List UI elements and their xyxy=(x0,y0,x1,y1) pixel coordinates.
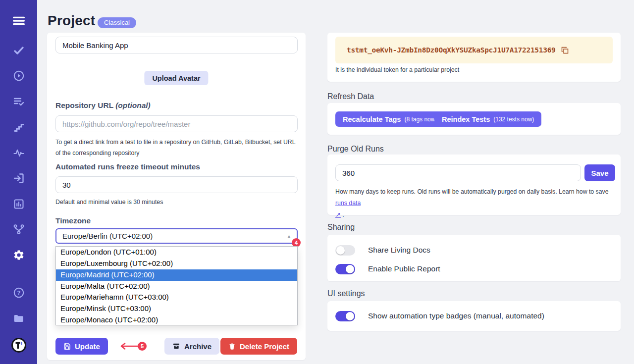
timezone-dropdown-list: Europe/London (UTC+01:00) Europe/Luxembo… xyxy=(55,246,298,325)
automation-badges-row: Show automation type badges (manual, aut… xyxy=(335,309,613,323)
runs-data-link[interactable]: runs data xyxy=(335,200,361,207)
token-help-text: It is the individual token for a particu… xyxy=(335,66,459,73)
freeze-timeout-input[interactable] xyxy=(55,176,298,193)
ui-settings-card: Show automation type badges (manual, aut… xyxy=(327,301,621,331)
annotation-badge-5: 5 xyxy=(138,342,147,351)
toggle-label: Enable Public Report xyxy=(368,264,440,273)
save-icon xyxy=(63,343,71,350)
enable-public-report-toggle[interactable] xyxy=(335,264,355,274)
form-actions: Update 5 Archive Delete Project xyxy=(55,338,297,355)
sidebar: ? xyxy=(0,0,37,364)
project-type-badge: Classical xyxy=(98,17,136,28)
copy-icon[interactable] xyxy=(561,46,569,54)
archive-button[interactable]: Archive xyxy=(164,338,219,355)
refresh-data-heading: Refresh Data xyxy=(327,92,374,101)
check-icon[interactable] xyxy=(13,45,25,56)
toggle-label: Share Living Docs xyxy=(368,246,430,255)
play-circle-icon[interactable] xyxy=(13,70,25,82)
project-form-card: Upload Avatar Repository URL (optional) … xyxy=(47,33,306,360)
share-living-docs-toggle[interactable] xyxy=(335,245,355,256)
toggle-knob xyxy=(336,246,345,255)
help-icon[interactable]: ? xyxy=(13,287,25,299)
purge-days-input[interactable] xyxy=(335,164,581,181)
project-name-input[interactable] xyxy=(55,37,298,53)
upload-avatar-button[interactable]: Upload Avatar xyxy=(144,71,208,85)
bar-chart-icon[interactable] xyxy=(13,198,25,210)
project-token-value: tstmt_oeKvh-JZmbIn8Dz0OqXkYSUZkaSpcJ1U7A… xyxy=(347,46,556,54)
annotation-arrow-left xyxy=(118,343,139,352)
timezone-label: Timezone xyxy=(55,216,91,225)
branch-icon[interactable] xyxy=(13,223,25,235)
list-check-icon[interactable] xyxy=(13,96,25,107)
timezone-option[interactable]: Europe/Mariehamn (UTC+03:00) xyxy=(56,292,297,303)
toggle-label: Show automation type badges (manual, aut… xyxy=(368,312,544,320)
token-card: tstmt_oeKvh-JZmbIn8Dz0OqXkYSUZkaSpcJ1U7A… xyxy=(327,33,621,82)
logo-icon[interactable] xyxy=(11,337,27,353)
log-in-icon[interactable] xyxy=(13,172,25,184)
recalculate-tags-button[interactable]: Recalculate Tags (8 tags now) xyxy=(335,111,444,127)
activity-icon[interactable] xyxy=(13,147,25,159)
sharing-card: Share Living Docs Enable Public Report xyxy=(327,235,621,281)
project-token-box: tstmt_oeKvh-JZmbIn8Dz0OqXkYSUZkaSpcJ1U7A… xyxy=(335,37,613,63)
svg-text:?: ? xyxy=(17,290,20,296)
timezone-option[interactable]: Europe/London (UTC+01:00) xyxy=(56,247,297,258)
save-button[interactable]: Save xyxy=(584,164,615,181)
timezone-option[interactable]: Europe/Minsk (UTC+03:00) xyxy=(56,303,297,314)
trash-icon xyxy=(228,343,236,350)
refresh-data-card: Recalculate Tags (8 tags now) Reindex Te… xyxy=(327,103,621,135)
gear-icon[interactable] xyxy=(13,249,25,261)
update-button[interactable]: Update xyxy=(55,338,108,355)
archive-icon xyxy=(172,342,180,350)
repository-url-label: Repository URL (optional) xyxy=(55,101,151,110)
timezone-select[interactable]: Europe/Berlin (UTC+02:00) ▲ 4 xyxy=(55,228,298,244)
freeze-timeout-help: Default and minimal value is 30 minutes xyxy=(55,197,163,208)
repository-url-input[interactable] xyxy=(55,115,298,132)
purge-old-runs-card: Save How many days to keep runs. Old run… xyxy=(327,155,621,215)
menu-icon[interactable] xyxy=(13,15,25,27)
share-living-docs-row: Share Living Docs xyxy=(335,243,613,258)
repository-url-help: To get a direct link from a test to file… xyxy=(55,137,298,158)
timezone-option[interactable]: Europe/Luxembourg (UTC+02:00) xyxy=(56,258,297,269)
purge-old-runs-heading: Purge Old Runs xyxy=(327,145,384,154)
timezone-option-highlighted[interactable]: Europe/Madrid (UTC+02:00) xyxy=(56,269,297,281)
delete-project-button[interactable]: Delete Project xyxy=(220,338,297,355)
toggle-knob xyxy=(346,265,354,273)
sharing-heading: Sharing xyxy=(327,223,355,232)
ui-settings-heading: UI settings xyxy=(327,289,365,298)
optional-hint: (optional) xyxy=(115,101,151,109)
automation-badges-toggle[interactable] xyxy=(335,311,355,321)
timezone-option[interactable]: Europe/Monaco (UTC+02:00) xyxy=(56,314,297,325)
folder-icon[interactable] xyxy=(13,312,25,324)
purge-help-text: How many days to keep runs. Old runs wil… xyxy=(335,186,616,221)
stairs-icon[interactable] xyxy=(13,121,25,133)
external-link-icon[interactable]: ↗ xyxy=(335,211,341,218)
toggle-knob xyxy=(346,312,354,320)
timezone-option[interactable]: Europe/Malta (UTC+02:00) xyxy=(56,281,297,292)
project-settings-page: ? Project Classical Upload Avatar Reposi… xyxy=(0,0,634,364)
timezone-selected-value: Europe/Berlin (UTC+02:00) xyxy=(62,232,153,240)
chevron-up-icon: ▲ xyxy=(287,234,291,239)
page-title: Project xyxy=(48,13,95,29)
freeze-timeout-label: Automated runs freeze timeout minutes xyxy=(55,162,200,171)
enable-public-report-row: Enable Public Report xyxy=(335,261,613,276)
reindex-tests-button[interactable]: Reindex Tests (132 tests now) xyxy=(434,111,541,127)
